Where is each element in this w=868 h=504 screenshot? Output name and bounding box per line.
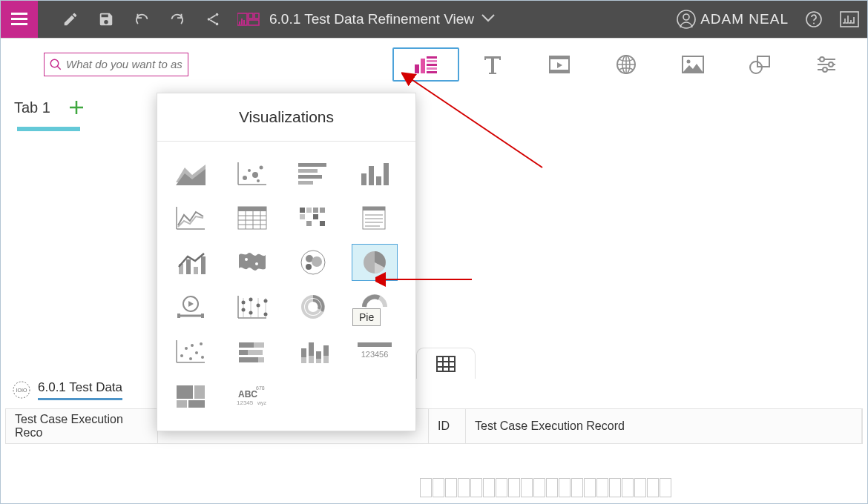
- annotation-arrow-pie: [375, 271, 479, 288]
- data-source-icon: IOIO: [12, 380, 31, 399]
- svg-point-80: [263, 313, 267, 316]
- data-source-title[interactable]: 6.0.1 Test Data: [38, 380, 122, 400]
- viz-packed-bubble[interactable]: [290, 244, 336, 281]
- data-source-icon-wrap: IOIO: [5, 375, 38, 405]
- table-view-tab[interactable]: [416, 348, 476, 379]
- svg-rect-18: [427, 56, 437, 59]
- viz-map[interactable]: [229, 244, 275, 281]
- svg-rect-99: [309, 356, 314, 363]
- svg-rect-56: [320, 221, 325, 226]
- save-button[interactable]: [88, 11, 124, 27]
- svg-rect-91: [254, 342, 264, 348]
- svg-rect-100: [316, 351, 321, 359]
- viz-area-chart[interactable]: [168, 155, 214, 192]
- svg-rect-47: [384, 163, 389, 185]
- search-box[interactable]: [44, 53, 188, 76]
- svg-point-77: [249, 311, 252, 315]
- svg-rect-2: [11, 23, 27, 25]
- viz-player[interactable]: [168, 288, 214, 325]
- help-button[interactable]: [796, 10, 832, 28]
- viz-stacked-column[interactable]: [290, 333, 336, 370]
- svg-rect-108: [177, 400, 187, 408]
- search-input[interactable]: [66, 58, 183, 70]
- svg-rect-61: [186, 259, 191, 274]
- viz-combo-chart[interactable]: [168, 244, 214, 281]
- viz-horizontal-bar[interactable]: [290, 155, 336, 192]
- viz-column-chart[interactable]: [352, 155, 398, 192]
- viz-word-cloud[interactable]: 678ABC12345wyz: [229, 377, 275, 414]
- data-col-3[interactable]: Test Case Execution Record: [466, 409, 862, 443]
- svg-rect-8: [254, 13, 259, 19]
- svg-point-35: [243, 176, 247, 180]
- svg-rect-41: [298, 169, 318, 173]
- svg-rect-54: [313, 214, 318, 219]
- share-button[interactable]: [195, 11, 231, 27]
- user-icon: [677, 10, 696, 29]
- user-profile[interactable]: ADAM NEAL: [677, 10, 789, 29]
- toolbar-shapes[interactable]: [726, 47, 793, 82]
- viz-crosstab[interactable]: [229, 199, 275, 236]
- viz-radial-bar[interactable]: [290, 288, 336, 325]
- media-icon: [548, 55, 571, 74]
- svg-rect-97: [301, 357, 306, 363]
- svg-rect-106: [177, 385, 193, 399]
- svg-point-78: [256, 304, 260, 308]
- svg-text:12345: 12345: [237, 399, 254, 406]
- toolbar-settings[interactable]: [793, 47, 860, 82]
- svg-rect-96: [301, 348, 306, 357]
- svg-rect-94: [239, 357, 258, 362]
- svg-point-5: [216, 23, 219, 26]
- image-icon: [682, 56, 704, 73]
- add-tab-button[interactable]: [65, 99, 88, 116]
- viz-bubble-chart[interactable]: [229, 155, 275, 192]
- svg-rect-14: [841, 12, 858, 27]
- svg-rect-55: [306, 221, 312, 226]
- svg-rect-114: [437, 357, 455, 371]
- save-icon: [98, 11, 114, 27]
- viz-stacked-bar[interactable]: [229, 333, 275, 370]
- data-col-2[interactable]: ID: [429, 409, 466, 443]
- viz-list-summary[interactable]: [352, 199, 398, 236]
- viz-point-chart[interactable]: [229, 288, 275, 325]
- viz-summary[interactable]: 123456: [352, 333, 398, 370]
- svg-point-75: [241, 308, 245, 312]
- svg-rect-40: [298, 163, 326, 167]
- viz-scatter[interactable]: [168, 333, 214, 370]
- svg-rect-103: [323, 356, 329, 363]
- undo-button[interactable]: [124, 11, 160, 27]
- page-title[interactable]: 6.0.1 Test Data Refinement View: [269, 11, 474, 27]
- hamburger-menu[interactable]: [1, 1, 38, 38]
- viz-heatmap[interactable]: [290, 199, 336, 236]
- svg-point-38: [259, 166, 263, 170]
- panel-toggle-button[interactable]: [832, 11, 867, 27]
- viz-line-chart[interactable]: [168, 199, 214, 236]
- svg-rect-21: [427, 67, 437, 70]
- data-col-0[interactable]: Test Case Execution Reco: [6, 409, 158, 443]
- svg-point-65: [255, 262, 258, 265]
- tab-label: Tab 1: [14, 99, 50, 116]
- edit-button[interactable]: [53, 11, 88, 27]
- svg-rect-42: [298, 175, 322, 179]
- svg-point-68: [312, 256, 322, 267]
- pencil-icon: [62, 11, 79, 27]
- svg-rect-9: [249, 20, 259, 25]
- title-dropdown[interactable]: [481, 13, 495, 26]
- svg-rect-0: [11, 13, 27, 15]
- user-name: ADAM NEAL: [700, 11, 789, 27]
- toolbar-web[interactable]: [593, 47, 660, 82]
- viz-treemap[interactable]: [168, 377, 214, 414]
- redo-icon: [169, 11, 185, 27]
- svg-rect-53: [300, 214, 305, 219]
- toolbar-image[interactable]: [660, 47, 726, 82]
- svg-point-4: [208, 18, 211, 21]
- svg-rect-46: [376, 176, 381, 185]
- svg-rect-57: [313, 208, 318, 213]
- svg-text:123456: 123456: [361, 350, 388, 359]
- svg-point-11: [683, 14, 689, 20]
- svg-text:wyz: wyz: [257, 400, 267, 406]
- table-icon: [436, 356, 456, 372]
- share-icon: [205, 11, 221, 27]
- redo-button[interactable]: [160, 11, 195, 27]
- svg-point-3: [216, 13, 219, 16]
- tab-1[interactable]: Tab 1: [8, 90, 56, 125]
